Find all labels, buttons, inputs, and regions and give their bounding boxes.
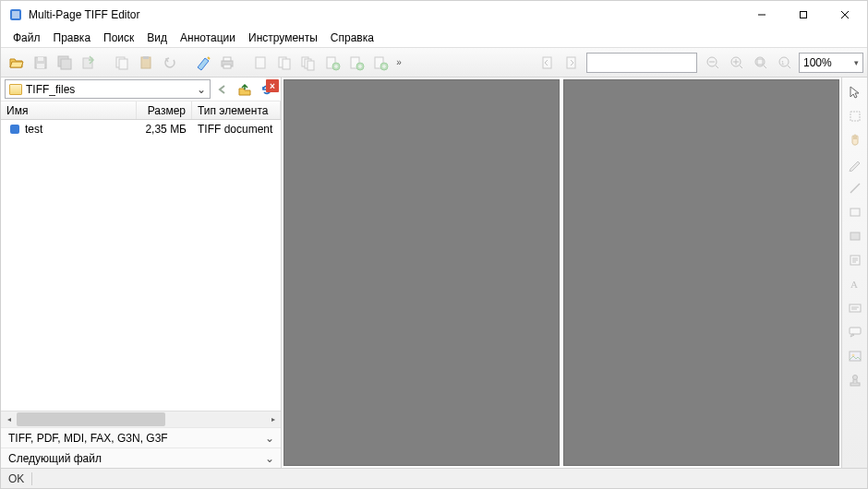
viewer-area: A <box>282 78 867 468</box>
title-bar: Multi-Page TIFF Editor <box>1 1 867 29</box>
print-button[interactable] <box>215 51 238 74</box>
chevron-down-icon[interactable]: ▾ <box>850 58 859 67</box>
cursor-tool[interactable] <box>844 81 866 103</box>
add-page-3[interactable] <box>368 51 392 74</box>
page-tool-3[interactable] <box>296 51 319 74</box>
hand-tool[interactable] <box>844 129 866 151</box>
pencil-tool[interactable] <box>844 153 866 175</box>
svg-line-54 <box>850 184 860 193</box>
horizontal-scrollbar[interactable]: ◂ ▸ <box>1 411 281 426</box>
viewer-pane-right[interactable] <box>563 79 839 466</box>
zoom-value: 100% <box>803 56 850 69</box>
folder-icon <box>9 84 22 95</box>
svg-line-50 <box>788 66 790 68</box>
next-page-button[interactable] <box>560 51 583 74</box>
minimize-button[interactable] <box>741 2 782 28</box>
text-tool[interactable]: A <box>844 273 866 295</box>
zoom-combo[interactable]: 100% ▾ <box>799 53 863 73</box>
nav-up-button[interactable] <box>235 79 255 100</box>
image-tool[interactable] <box>844 345 866 367</box>
col-size-header[interactable]: Размер <box>137 101 192 119</box>
svg-rect-7 <box>38 57 43 61</box>
zoom-in-button[interactable] <box>725 51 748 74</box>
svg-rect-68 <box>850 383 860 386</box>
zoom-out-button[interactable] <box>701 51 724 74</box>
svg-rect-10 <box>61 59 71 69</box>
close-button[interactable] <box>824 2 865 28</box>
add-page-2[interactable] <box>344 51 368 74</box>
app-icon <box>8 7 23 22</box>
filled-rect-tool[interactable] <box>844 225 866 247</box>
filter-text: TIFF, PDF, MDI, FAX, G3N, G3F <box>5 432 262 445</box>
svg-rect-8 <box>37 64 44 68</box>
status-bar: OK <box>1 468 867 488</box>
zoom-fit-button[interactable] <box>749 51 772 74</box>
nav-back-button[interactable] <box>212 79 233 100</box>
save-button[interactable] <box>29 51 52 74</box>
copy-button[interactable] <box>110 51 133 74</box>
viewer-pane-left[interactable] <box>283 79 560 466</box>
scan-button[interactable] <box>191 51 214 74</box>
rect-tool[interactable] <box>844 201 866 223</box>
menu-bar: Файл Правка Поиск Вид Аннотации Инструме… <box>1 29 867 48</box>
scroll-right-button[interactable]: ▸ <box>265 411 281 427</box>
save-all-button[interactable] <box>53 51 76 74</box>
svg-text:A: A <box>850 279 858 290</box>
svg-rect-13 <box>119 59 127 69</box>
status-separator <box>31 472 32 485</box>
file-browser-panel: TIFF_files ⌄ × Имя Размер Тип элемента t… <box>1 78 282 468</box>
note-tool[interactable] <box>844 249 866 271</box>
col-type-header[interactable]: Тип элемента <box>192 101 281 119</box>
toolbar-separator <box>102 52 107 74</box>
zoom-actual-button[interactable]: 1 <box>773 51 796 74</box>
add-page-1[interactable] <box>320 51 344 74</box>
address-input[interactable] <box>586 53 697 73</box>
scroll-left-button[interactable]: ◂ <box>1 411 17 427</box>
list-item[interactable]: test 2,35 МБ TIFF document <box>1 120 281 138</box>
menu-view[interactable]: Вид <box>140 30 174 46</box>
file-size: 2,35 МБ <box>137 121 192 137</box>
stamp-tool[interactable] <box>844 369 866 391</box>
menu-tools[interactable]: Инструменты <box>242 30 324 46</box>
path-combo[interactable]: TIFF_files ⌄ <box>5 79 211 99</box>
svg-line-43 <box>740 66 742 68</box>
menu-search[interactable]: Поиск <box>97 30 140 46</box>
chevron-expand-icon[interactable]: ⌄ <box>262 452 277 465</box>
callout-tool[interactable] <box>844 321 866 343</box>
svg-line-40 <box>716 66 718 68</box>
line-tool[interactable] <box>844 177 866 199</box>
svg-rect-52 <box>10 125 19 134</box>
page-tool-2[interactable] <box>272 51 295 74</box>
svg-rect-15 <box>143 56 149 59</box>
col-name-header[interactable]: Имя <box>1 101 137 119</box>
next-file-combo[interactable]: Следующий файл ⌄ <box>1 447 281 468</box>
menu-file[interactable]: Файл <box>6 30 47 46</box>
svg-rect-21 <box>283 59 290 69</box>
menu-help[interactable]: Справка <box>324 30 380 46</box>
prev-page-button[interactable] <box>536 51 559 74</box>
tiff-file-icon <box>8 123 21 136</box>
chevron-down-icon[interactable]: ⌄ <box>262 432 277 445</box>
marquee-tool[interactable] <box>844 105 866 127</box>
toolbar-more[interactable]: » <box>392 57 405 67</box>
svg-rect-66 <box>850 352 861 361</box>
scroll-thumb[interactable] <box>17 412 165 426</box>
undo-button[interactable] <box>158 51 181 74</box>
file-filter-combo[interactable]: TIFF, PDF, MDI, FAX, G3N, G3F ⌄ <box>1 427 281 447</box>
file-name: test <box>25 123 42 136</box>
textbox-tool[interactable] <box>844 297 866 319</box>
close-panel-button[interactable]: × <box>266 79 279 92</box>
open-button[interactable] <box>5 51 28 74</box>
paste-button[interactable] <box>134 51 157 74</box>
svg-rect-56 <box>850 233 860 240</box>
page-tool-1[interactable] <box>248 51 271 74</box>
status-text: OK <box>8 472 24 485</box>
annotation-toolbar: A <box>841 78 867 468</box>
maximize-button[interactable] <box>782 2 824 28</box>
svg-rect-18 <box>223 65 231 68</box>
export-button[interactable] <box>77 51 100 74</box>
chevron-down-icon[interactable]: ⌄ <box>194 83 208 96</box>
menu-annotations[interactable]: Аннотации <box>174 30 242 46</box>
svg-rect-3 <box>800 12 806 18</box>
menu-edit[interactable]: Правка <box>47 30 98 46</box>
